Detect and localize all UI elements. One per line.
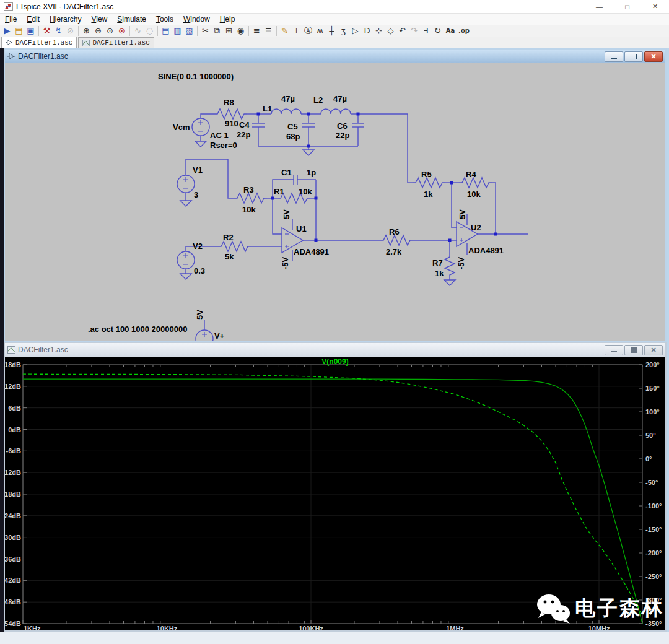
schematic-label[interactable]: R3 bbox=[243, 185, 254, 194]
schematic-label[interactable]: 5k bbox=[225, 252, 234, 261]
schematic-label[interactable]: 68p bbox=[286, 132, 300, 141]
schematic-label[interactable]: 10k bbox=[467, 189, 481, 199]
schematic-label[interactable]: 22p bbox=[237, 130, 250, 139]
schematic-label[interactable]: R4 bbox=[466, 170, 476, 179]
wire[interactable] bbox=[380, 235, 413, 245]
schematic-label[interactable]: 47µ bbox=[333, 94, 347, 103]
menu-edit[interactable]: Edit bbox=[22, 14, 45, 25]
text-icon[interactable]: Aa bbox=[444, 25, 457, 37]
print-preview-icon[interactable]: ≡ bbox=[251, 25, 263, 37]
cascade-windows-icon[interactable]: ▧ bbox=[183, 25, 195, 37]
schematic-label[interactable]: 910 bbox=[225, 119, 238, 128]
schematic-label[interactable]: 3 bbox=[194, 190, 198, 199]
menu-view[interactable]: View bbox=[86, 14, 112, 25]
menu-hierarchy[interactable]: Hierarchy bbox=[45, 14, 86, 25]
undo-icon[interactable]: ↶ bbox=[396, 25, 408, 37]
mirror-icon[interactable]: Ǝ bbox=[420, 25, 432, 37]
schematic-label[interactable]: 47µ bbox=[281, 94, 295, 103]
schematic-label[interactable]: R7 bbox=[432, 258, 443, 268]
trace-phase[interactable] bbox=[23, 374, 642, 616]
schematic-close-button[interactable]: ✕ bbox=[644, 51, 663, 62]
zoom-extents-icon[interactable]: ⊗ bbox=[116, 25, 128, 37]
ground-symbol[interactable] bbox=[195, 141, 206, 147]
schematic-restore-button[interactable] bbox=[624, 51, 643, 62]
schematic-label[interactable]: U2 bbox=[471, 223, 481, 232]
wire[interactable] bbox=[201, 114, 214, 118]
diode-icon[interactable]: ▷ bbox=[349, 25, 361, 37]
label-net-icon[interactable]: Ⓐ bbox=[302, 25, 314, 37]
schematic-label[interactable]: ADA4891 bbox=[294, 247, 329, 256]
tile-horizontal-icon[interactable]: ▤ bbox=[160, 25, 172, 37]
print-icon[interactable]: ≣ bbox=[263, 25, 274, 37]
schematic-label[interactable]: SINE(0 0.1 1000000) bbox=[158, 72, 234, 81]
ground-symbol[interactable] bbox=[180, 201, 191, 206]
plot-close-button[interactable]: ✕ bbox=[644, 345, 663, 355]
menu-help[interactable]: Help bbox=[215, 14, 240, 25]
zoom-back-icon[interactable]: ⊖ bbox=[92, 25, 104, 37]
plot-window-titlebar[interactable]: DACFilter1.asc ✕ bbox=[5, 343, 665, 357]
trace-legend[interactable]: V(n009) bbox=[5, 357, 665, 366]
schematic-minimize-button[interactable] bbox=[605, 51, 623, 62]
schematic-label[interactable]: V+ bbox=[214, 331, 225, 341]
schematic-label[interactable]: AC 1 bbox=[210, 131, 229, 140]
schematic-label[interactable]: 1k bbox=[435, 269, 444, 278]
schematic-label[interactable]: 5V bbox=[458, 209, 467, 219]
control-panel-icon[interactable]: ⚒ bbox=[41, 25, 53, 37]
schematic-label[interactable]: 1p bbox=[307, 168, 316, 177]
plot-restore-button[interactable] bbox=[624, 345, 643, 355]
ground-symbol[interactable] bbox=[444, 280, 455, 285]
schematic-label[interactable]: 5V bbox=[195, 310, 204, 320]
schematic-label[interactable]: L2 bbox=[313, 95, 323, 105]
schematic-label[interactable]: -5V bbox=[281, 256, 290, 269]
schematic-label[interactable]: R2 bbox=[223, 233, 234, 242]
wire[interactable] bbox=[271, 109, 301, 114]
ground-symbol[interactable] bbox=[303, 150, 314, 155]
drag-icon[interactable]: ◇ bbox=[385, 25, 396, 37]
move-icon[interactable]: ⊹ bbox=[373, 25, 385, 37]
schematic-label[interactable]: 2.7k bbox=[386, 247, 402, 256]
zoom-in-icon[interactable]: ⊕ bbox=[81, 25, 92, 37]
tab-waveform[interactable]: DACFilter1.asc bbox=[78, 37, 154, 48]
schematic-label[interactable]: R1 bbox=[274, 187, 284, 196]
wire[interactable] bbox=[445, 254, 455, 278]
plot-minimize-button[interactable] bbox=[605, 345, 623, 355]
schematic-label[interactable]: C1 bbox=[281, 168, 292, 177]
trace-magnitude[interactable] bbox=[23, 379, 642, 624]
schematic-label[interactable]: ADA4891 bbox=[468, 246, 504, 255]
schematic-label[interactable]: C6 bbox=[337, 121, 348, 131]
menu-file[interactable]: File bbox=[0, 14, 22, 25]
schematic-label[interactable]: 5V bbox=[282, 209, 291, 219]
schematic-label[interactable]: .ac oct 100 1000 20000000 bbox=[88, 324, 187, 334]
schematic-label[interactable]: V2 bbox=[193, 242, 203, 251]
menu-tools[interactable]: Tools bbox=[151, 14, 178, 25]
schematic-label[interactable]: R8 bbox=[224, 98, 234, 107]
schematic-label[interactable]: 1k bbox=[424, 189, 433, 199]
wire[interactable] bbox=[459, 178, 492, 188]
schematic-label[interactable]: Rser=0 bbox=[210, 141, 237, 150]
cut-icon[interactable]: ✂ bbox=[199, 25, 211, 37]
wire[interactable] bbox=[234, 193, 267, 203]
schematic-canvas[interactable]: SINE(0 0.1 1000000)VcmAC 1Rser=0R8910L14… bbox=[5, 63, 665, 341]
component-icon[interactable]: D bbox=[361, 25, 373, 37]
schematic-label[interactable]: L1 bbox=[263, 104, 272, 113]
schematic-label[interactable]: 0.3 bbox=[194, 266, 205, 276]
schematic-label[interactable]: 22p bbox=[336, 131, 349, 140]
save-icon[interactable]: ▣ bbox=[25, 25, 37, 37]
schematic-label[interactable]: 10k bbox=[299, 187, 312, 196]
wire[interactable] bbox=[273, 198, 282, 234]
wire[interactable] bbox=[214, 109, 247, 119]
wire-pencil-icon[interactable]: ✎ bbox=[279, 25, 291, 37]
menu-simulate[interactable]: Simulate bbox=[112, 14, 151, 25]
tile-vertical-icon[interactable]: ▥ bbox=[172, 25, 183, 37]
schematic-label[interactable]: Vcm bbox=[173, 123, 190, 132]
wire[interactable] bbox=[321, 109, 351, 114]
menu-window[interactable]: Window bbox=[178, 14, 215, 25]
minimize-button[interactable]: — bbox=[585, 0, 613, 14]
inductor-icon[interactable]: ʒ bbox=[338, 25, 349, 37]
close-button[interactable]: ✕ bbox=[641, 0, 669, 14]
rotate-icon[interactable]: ↻ bbox=[432, 25, 444, 37]
maximize-button[interactable]: □ bbox=[613, 0, 641, 14]
schematic-label[interactable]: R5 bbox=[421, 170, 432, 179]
paste-icon[interactable]: ⊞ bbox=[223, 25, 235, 37]
schematic-label[interactable]: V1 bbox=[193, 165, 203, 175]
